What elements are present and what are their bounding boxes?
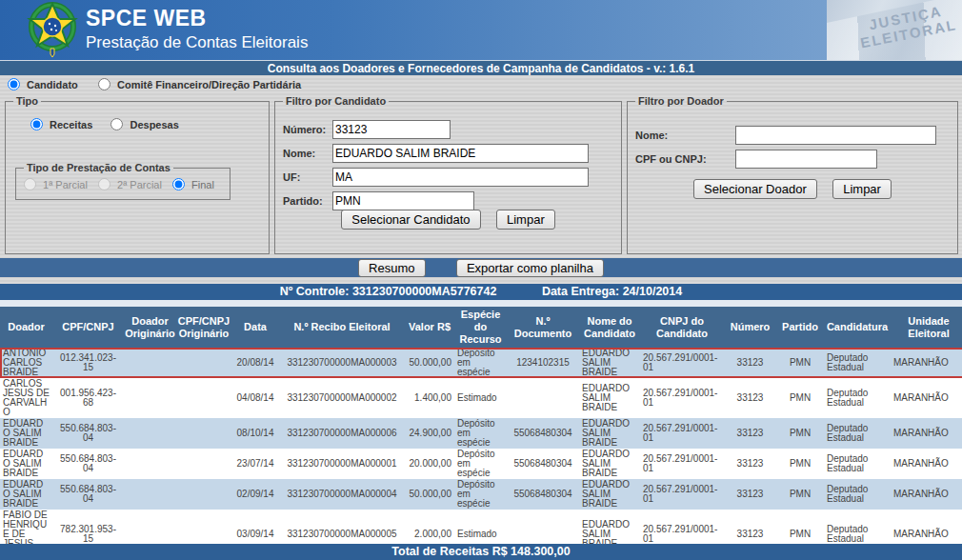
- cell: [507, 510, 579, 544]
- cell: EDUARDO SALIM BRAIDE: [579, 418, 640, 449]
- cell: Depósito em espécie: [454, 418, 507, 449]
- cell: 331230700000MA000002: [279, 378, 405, 418]
- column-header-10: Nome do Candidato: [579, 307, 640, 348]
- table-row[interactable]: EDUARDO SALIM BRAIDE550.684.803-0402/09/…: [0, 479, 962, 510]
- cell: ANTONIO CARLOS BRAIDE: [0, 348, 52, 378]
- cell: 1234102315: [507, 348, 579, 378]
- table-row[interactable]: CARLOS JESUS DE CARVALHO001.956.423-6804…: [0, 378, 962, 418]
- column-header-12: Número: [724, 307, 776, 348]
- uf-input[interactable]: [332, 168, 589, 187]
- nome-doador-label: Nome:: [635, 130, 735, 141]
- cell: MARANHÃO: [891, 449, 962, 479]
- cell: 331230700000MA000006: [279, 418, 405, 449]
- tipo-legend: Tipo: [13, 95, 41, 107]
- table-row[interactable]: EDUARDO SALIM BRAIDE550.684.803-0408/10/…: [0, 418, 962, 449]
- exportar-planilha-button[interactable]: Exportar como planilha: [456, 259, 604, 277]
- divider: [0, 300, 962, 307]
- parcial1-radio: [24, 178, 36, 190]
- justica-eleitoral-watermark: JUSTIÇA ELEITORAL: [827, 0, 962, 60]
- cell: 23/07/14: [231, 449, 279, 479]
- cell: 2.000,00: [405, 510, 454, 544]
- cell: 33123: [724, 418, 776, 449]
- cell: 20.567.291/0001-01: [640, 449, 724, 479]
- cell: 331230700000MA000004: [279, 479, 405, 510]
- cell: 55068480304: [507, 418, 579, 449]
- nome-doador-input[interactable]: [735, 126, 936, 145]
- radio-option-receitas[interactable]: Receitas: [30, 119, 95, 130]
- cpf-cnpj-input[interactable]: [735, 150, 877, 169]
- radio-option-despesas[interactable]: Despesas: [110, 119, 178, 130]
- entity-type-radios: Candidato Comitê Financeiro/Direção Part…: [8, 78, 318, 90]
- cell: EDUARDO SALIM BRAIDE: [579, 510, 640, 544]
- column-header-15: Unidade Eleitoral: [891, 307, 962, 348]
- cell: [176, 378, 231, 418]
- cell: 50.000,00: [405, 348, 454, 378]
- cell: MARANHÃO: [891, 378, 962, 418]
- filtro-doador-fieldset: Filtro por Doador Nome: CPF ou CNPJ: Sel…: [627, 95, 958, 254]
- table-row[interactable]: ANTONIO CARLOS BRAIDE012.341.023-1520/08…: [0, 348, 962, 378]
- cell: Deputado Estadual: [824, 378, 891, 418]
- cell: 1.400,00: [405, 378, 454, 418]
- comite-radio[interactable]: [98, 78, 110, 90]
- filtro-doador-legend: Filtro por Doador: [635, 95, 727, 107]
- total-receitas-bar: Total de Receitas R$ 148.300,00: [0, 544, 962, 560]
- final-radio[interactable]: [172, 178, 185, 190]
- column-header-13: Partido: [776, 307, 824, 348]
- limpar-candidato-button[interactable]: Limpar: [496, 210, 555, 230]
- cell: Estimado: [454, 378, 507, 418]
- nome-candidato-input[interactable]: [332, 144, 589, 163]
- selecionar-candidato-button[interactable]: Selecionar Candidato: [341, 210, 480, 230]
- nome-candidato-label: Nome:: [283, 148, 332, 159]
- cell: Depósito em espécie: [454, 348, 507, 378]
- uf-label: UF:: [283, 171, 332, 183]
- filtro-candidato-fieldset: Filtro por Candidato Número: Nome: UF: P…: [274, 95, 622, 254]
- parcial2-radio: [98, 178, 110, 190]
- cell: MARANHÃO: [891, 510, 962, 544]
- cell: Depósito em espécie: [454, 449, 507, 479]
- column-header-2: CPF/CNPJ: [52, 307, 124, 348]
- cell: EDUARDO SALIM BRAIDE: [579, 449, 640, 479]
- resumo-button[interactable]: Resumo: [358, 259, 425, 277]
- cell: [124, 378, 176, 418]
- cell: 33123: [724, 378, 776, 418]
- tipo-fieldset: Tipo Receitas Despesas Tipo de Prestação…: [5, 95, 270, 254]
- cell: [124, 510, 176, 544]
- radio-option-1a-parcial: 1ª Parcial: [24, 179, 90, 190]
- partido-input[interactable]: [332, 191, 474, 210]
- candidato-radio[interactable]: [8, 78, 20, 90]
- cell: 550.684.803-04: [52, 479, 124, 510]
- cpf-cnpj-label: CPF ou CNPJ:: [635, 153, 735, 165]
- despesas-radio[interactable]: [110, 118, 123, 130]
- cell: 001.956.423-68: [52, 378, 124, 418]
- results-table: DoadorCPF/CNPJDoador OriginárioCPF/CNPJ …: [0, 307, 962, 544]
- receitas-radio[interactable]: [30, 118, 43, 130]
- data-entrega: Data Entrega: 24/10/2014: [542, 285, 682, 298]
- table-row[interactable]: FÁBIO DE HENRIQUE DE JESUS FRANÇA782.301…: [0, 510, 962, 544]
- cell: [124, 418, 176, 449]
- cell: [124, 348, 176, 378]
- table-row[interactable]: EDUARDO SALIM BRAIDE550.684.803-0423/07/…: [0, 449, 962, 479]
- tipo-radios: Receitas Despesas: [30, 118, 261, 130]
- app-subtitle: Prestação de Contas Eleitorais: [86, 33, 308, 52]
- cell: [176, 418, 231, 449]
- limpar-doador-button[interactable]: Limpar: [832, 179, 892, 199]
- cell: EDUARDO SALIM BRAIDE: [0, 418, 52, 449]
- cell: Estimado: [454, 510, 507, 544]
- cell: 20.000,00: [405, 449, 454, 479]
- cell: MARANHÃO: [891, 348, 962, 378]
- cell: EDUARDO SALIM BRAIDE: [0, 449, 52, 479]
- results-table-wrap: DoadorCPF/CNPJDoador OriginárioCPF/CNPJ …: [0, 307, 962, 544]
- column-header-1: Doador: [0, 307, 52, 348]
- numero-input[interactable]: [332, 120, 451, 139]
- cell: MARANHÃO: [891, 418, 962, 449]
- cell: 20.567.291/0001-01: [640, 510, 724, 544]
- cell: 550.684.803-04: [52, 418, 124, 449]
- filtro-candidato-legend: Filtro por Candidato: [283, 95, 389, 107]
- cell: PMN: [776, 418, 824, 449]
- radio-option-final[interactable]: Final: [172, 179, 214, 190]
- selecionar-doador-button[interactable]: Selecionar Doador: [693, 179, 817, 199]
- radio-option-candidato[interactable]: Candidato: [8, 79, 81, 90]
- radio-option-comite[interactable]: Comitê Financeiro/Direção Partidária: [98, 79, 301, 90]
- cell: [176, 449, 231, 479]
- column-header-6: N.º Recibo Eleitoral: [279, 307, 405, 348]
